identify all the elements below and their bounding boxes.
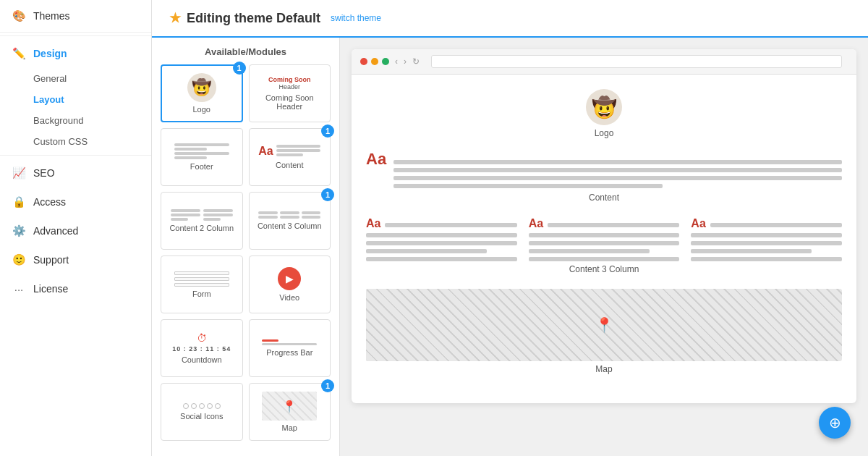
sidebar-access-item[interactable]: 🔒 Access	[0, 187, 151, 216]
subnav-custom-css[interactable]: Custom CSS	[33, 131, 151, 152]
progress-track	[262, 343, 317, 345]
pcl4	[393, 184, 663, 188]
col1-lines	[385, 223, 516, 227]
module-content2col-label: Content 2 Column	[169, 224, 234, 232]
browser-address-bar	[431, 55, 842, 68]
module-content3col[interactable]: 1	[249, 192, 331, 250]
content3col-badge: 1	[321, 188, 334, 201]
sidebar-themes-item[interactable]: 🎨 Themes	[0, 0, 151, 33]
module-form[interactable]: Form	[161, 256, 243, 313]
module-content3col-label: Content 3 Column	[258, 221, 322, 230]
main-area: ★ Editing theme Default switch theme Ava…	[152, 0, 868, 456]
module-video[interactable]: ▶ Video	[249, 256, 331, 313]
preview-col3: Aa	[691, 217, 842, 261]
back-icon: ‹	[395, 56, 398, 67]
c1b1	[366, 233, 517, 237]
preview-col1: Aa	[366, 217, 517, 261]
module-social[interactable]: Social Icons	[161, 383, 243, 441]
module-logo[interactable]: 🤠 Logo 1	[161, 64, 243, 122]
c3b1	[691, 233, 842, 237]
forward-icon: ›	[404, 56, 407, 67]
c3l1	[710, 223, 842, 227]
form-thumbnail	[174, 271, 229, 287]
switch-theme-link[interactable]: switch theme	[331, 13, 381, 23]
s1	[183, 403, 189, 409]
preview-content: 🤠 Logo Aa	[352, 75, 856, 403]
cl3	[276, 153, 303, 156]
module-content2col[interactable]: Content 2 Column	[161, 192, 243, 250]
sidebar-seo-item[interactable]: 📈 SEO	[0, 159, 151, 187]
module-content[interactable]: 1 Aa Content	[249, 128, 331, 186]
module-logo-label: Logo	[193, 105, 210, 114]
c1b4	[366, 257, 517, 261]
refresh-icon: ↻	[412, 56, 420, 67]
c2l1	[548, 223, 679, 227]
col1-aa: Aa	[366, 217, 380, 230]
preview-content-lines	[393, 160, 842, 188]
browser-dots	[360, 58, 389, 65]
b1	[280, 211, 299, 214]
divider2	[0, 155, 151, 156]
subnav-layout[interactable]: Layout	[33, 89, 151, 110]
help-fab[interactable]: ⊕	[819, 407, 851, 439]
sidebar-support-item[interactable]: 🙂 Support	[0, 245, 151, 274]
c3b2	[691, 241, 842, 245]
module-countdown[interactable]: ⏱ 10 : 23 : 11 : 54 Countdown	[161, 319, 243, 377]
c1b3	[366, 249, 487, 253]
modules-title: Available/Modules	[161, 46, 331, 57]
module-countdown-label: Countdown	[182, 355, 222, 364]
browser-window: ‹ › ↻ 🤠 Logo Aa	[352, 49, 856, 403]
t1	[171, 209, 200, 212]
c2b1	[529, 233, 680, 237]
preview-3col-label: Content 3 Column	[366, 264, 842, 274]
s3	[199, 403, 205, 409]
t6	[203, 218, 221, 221]
ff2	[174, 277, 229, 281]
c1b2	[366, 241, 517, 245]
module-footer[interactable]: Footer	[161, 128, 243, 186]
module-map[interactable]: 1 📍 Map	[249, 383, 331, 441]
preview-content-block: Aa Content	[366, 150, 842, 203]
preview-logo-area: 🤠 Logo	[366, 89, 842, 138]
module-progress[interactable]: Progress Bar	[249, 319, 331, 377]
themes-icon: 🎨	[12, 9, 26, 23]
sidebar-design-item[interactable]: ✏️ Design	[0, 39, 151, 68]
subnav-general[interactable]: General	[33, 68, 151, 89]
cl1	[276, 145, 320, 148]
module-form-label: Form	[192, 290, 211, 298]
col3-aa: Aa	[691, 217, 705, 230]
content-lines	[276, 145, 320, 156]
support-label: Support	[33, 254, 69, 266]
social-thumbnail	[183, 403, 221, 409]
preview-col2: Aa	[529, 217, 680, 261]
logo-thumbnail: 🤠	[187, 73, 216, 102]
t2	[171, 214, 200, 216]
module-progress-label: Progress Bar	[266, 348, 312, 357]
coming-soon-sub: Header	[278, 83, 300, 90]
module-coming-soon[interactable]: Coming Soon Header Coming Soon Header	[249, 64, 331, 122]
main-body: Available/Modules 🤠 Logo 1 Coming Soon H…	[152, 38, 868, 456]
c1	[302, 211, 321, 214]
a1	[258, 211, 278, 214]
module-social-label: Social Icons	[180, 412, 223, 421]
col2-aa: Aa	[529, 217, 543, 230]
preview-logo: 🤠	[586, 89, 622, 125]
logo-badge: 1	[233, 62, 246, 75]
sidebar-advanced-item[interactable]: ⚙️ Advanced	[0, 216, 151, 245]
seo-label: SEO	[33, 167, 55, 179]
license-label: License	[33, 283, 68, 295]
modules-grid: 🤠 Logo 1 Coming Soon Header Coming Soon …	[161, 64, 331, 441]
preview-content-header: Aa	[366, 150, 842, 188]
support-icon: 🙂	[12, 253, 26, 267]
c2	[302, 216, 321, 219]
module-map-label: Map	[282, 423, 297, 432]
countdown-time: 10 : 23 : 11 : 54	[172, 345, 231, 352]
subnav-background[interactable]: Background	[33, 110, 151, 131]
module-footer-label: Footer	[190, 162, 213, 171]
preview-logo-label: Logo	[595, 128, 614, 138]
sidebar-license-item[interactable]: ··· License	[0, 274, 151, 303]
pcl3	[393, 176, 842, 180]
help-icon: ⊕	[829, 414, 841, 431]
browser-controls: ‹ › ↻	[395, 56, 420, 67]
ff3	[174, 283, 229, 287]
